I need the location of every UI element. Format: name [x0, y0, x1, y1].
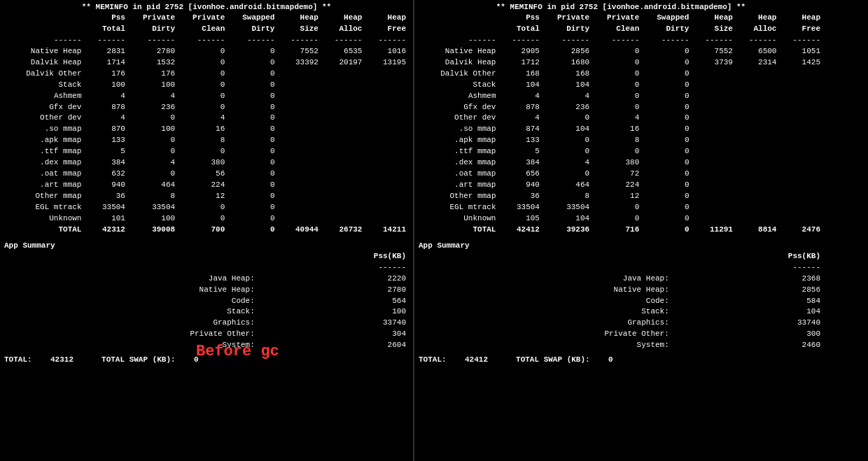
table-row: TOTAL424123923671601129188142476 — [419, 225, 823, 236]
left-total-label: TOTAL: 42312 — [4, 355, 74, 364]
right-col-swapped-dirty: SwappedDirty — [642, 13, 692, 35]
right-psskb-header: Pss(KB) — [672, 251, 823, 262]
table-row: Ashmem4400 — [419, 91, 823, 102]
list-item: Stack:100 — [4, 306, 409, 318]
table-row: Native Heap2831278000755265351016 — [4, 46, 409, 57]
table-row: .ttf mmap5000 — [419, 146, 823, 157]
right-app-summary-table: Pss(KB) ------ Java Heap:2368Native Heap… — [419, 251, 823, 351]
right-app-table-body: Java Heap:2368Native Heap:2856Code:584St… — [419, 274, 823, 352]
left-app-header: Pss(KB) — [4, 251, 409, 262]
table-row: .so mmap874104160 — [419, 124, 823, 135]
left-panel: ** MEMINFO in pid 2752 [ivonhoe.android.… — [0, 0, 413, 461]
table-row: Other mmap368120 — [419, 191, 823, 202]
right-col-pss: PssTotal — [498, 13, 542, 35]
list-item: Native Heap:2780 — [4, 285, 409, 296]
right-total-label: TOTAL: 42412 — [419, 355, 488, 364]
col-label — [4, 13, 84, 35]
left-app-dash: ------ — [4, 262, 409, 274]
left-app-table-body: Java Heap:2220Native Heap:2780Code:564St… — [4, 274, 409, 352]
right-dash-row: ------ ------ ------ ------ ------ -----… — [419, 35, 823, 46]
table-row: .dex mmap38443800 — [419, 157, 823, 169]
table-row: Dalvik Heap1712168000373923141425 — [419, 57, 823, 69]
table-row: Stack10010000 — [4, 80, 409, 91]
left-app-summary-title: App Summary — [4, 241, 409, 250]
left-meminfo-table: PssTotal PrivateDirty PrivateClean Swapp… — [4, 13, 409, 236]
list-item: Stack:104 — [419, 306, 823, 318]
left-title: ** MEMINFO in pid 2752 [ivonhoe.android.… — [4, 3, 409, 11]
right-col-heap-free: HeapFree — [779, 13, 823, 35]
table-row: Other dev4040 — [419, 113, 823, 124]
table-row: .ttf mmap5000 — [4, 146, 409, 157]
list-item: Private Other:304 — [4, 329, 409, 340]
left-app-summary-table: Pss(KB) ------ Java Heap:2220Native Heap… — [4, 251, 409, 351]
col-priv-dirty: PrivateDirty — [128, 13, 178, 35]
right-col-priv-clean: PrivateClean — [592, 13, 642, 35]
right-col-label — [419, 13, 498, 35]
right-meminfo-table: PssTotal PrivateDirty PrivateClean Swapp… — [419, 13, 823, 236]
left-psskb-header: Pss(KB) — [258, 251, 409, 262]
table-row: Other dev4040 — [4, 113, 409, 124]
table-row: TOTAL42312390087000409442673214211 — [4, 225, 409, 236]
table-row: Unknown10110000 — [4, 213, 409, 225]
right-swap-label: TOTAL SWAP (KB): 0 — [516, 355, 613, 364]
table-row: .art mmap9404642240 — [419, 180, 823, 191]
left-table-body: Native Heap2831278000755265351016Dalvik … — [4, 46, 409, 236]
list-item: Native Heap:2856 — [419, 285, 823, 296]
left-swap-label: TOTAL SWAP (KB): 0 — [102, 355, 199, 364]
table-row: EGL mtrack335043350400 — [419, 202, 823, 213]
table-row: Ashmem4400 — [4, 91, 409, 102]
table-row: Dalvik Other16816800 — [419, 69, 823, 80]
table-row: EGL mtrack335043350400 — [4, 202, 409, 213]
table-row: .apk mmap133080 — [419, 135, 823, 146]
right-bottom: TOTAL: 42412 TOTAL SWAP (KB): 0 — [419, 355, 823, 364]
right-col-priv-dirty: PrivateDirty — [542, 13, 592, 35]
right-app-summary: App Summary Pss(KB) ------ Java Heap:236… — [419, 241, 823, 364]
table-row: .apk mmap133080 — [4, 135, 409, 146]
table-row: .art mmap9404642240 — [4, 180, 409, 191]
col-swapped-dirty: SwappedDirty — [227, 13, 277, 35]
before-gc-label: Before gc — [196, 343, 279, 360]
left-header-row: PssTotal PrivateDirty PrivateClean Swapp… — [4, 13, 409, 35]
list-item: Java Heap:2220 — [4, 274, 409, 285]
right-title: ** MEMINFO in pid 2752 [ivonhoe.android.… — [419, 3, 823, 11]
col-heap-size: HeapSize — [277, 13, 321, 35]
table-row: Native Heap2905285600755265001051 — [419, 46, 823, 57]
table-row: Gfx dev87823600 — [419, 102, 823, 113]
table-row: Unknown10510400 — [419, 213, 823, 225]
table-row: Other mmap368120 — [4, 191, 409, 202]
list-item: Java Heap:2368 — [419, 274, 823, 285]
right-app-header: Pss(KB) — [419, 251, 823, 262]
table-row: Stack10410400 — [419, 80, 823, 91]
table-row: .oat mmap6560720 — [419, 169, 823, 180]
right-panel: ** MEMINFO in pid 2752 [ivonhoe.android.… — [414, 0, 827, 461]
right-col-heap-size: HeapSize — [692, 13, 735, 35]
list-item: Code:564 — [4, 296, 409, 307]
list-item: Private Other:300 — [419, 329, 823, 340]
right-header-row: PssTotal PrivateDirty PrivateClean Swapp… — [419, 13, 823, 35]
col-pss: PssTotal — [84, 13, 127, 35]
list-item: Graphics:33740 — [419, 318, 823, 329]
table-row: .dex mmap38443800 — [4, 157, 409, 169]
col-heap-alloc: HeapAlloc — [321, 13, 365, 35]
left-dash-row: ------ ------ ------ ------ ------ -----… — [4, 35, 409, 46]
table-row: Dalvik Other17617600 — [4, 69, 409, 80]
list-item: Graphics:33740 — [4, 318, 409, 329]
table-row: Dalvik Heap1714153200333922019713195 — [4, 57, 409, 69]
right-col-heap-alloc: HeapAlloc — [736, 13, 779, 35]
right-app-summary-title: App Summary — [419, 241, 823, 250]
right-app-dash: ------ — [419, 262, 823, 274]
table-row: .so mmap870100160 — [4, 124, 409, 135]
right-table-body: Native Heap2905285600755265001051Dalvik … — [419, 46, 823, 236]
list-item: System:2460 — [419, 340, 823, 351]
col-priv-clean: PrivateClean — [178, 13, 227, 35]
table-row: .oat mmap6320560 — [4, 169, 409, 180]
table-row: Gfx dev87823600 — [4, 102, 409, 113]
list-item: Code:584 — [419, 296, 823, 307]
col-heap-free: HeapFree — [365, 13, 409, 35]
